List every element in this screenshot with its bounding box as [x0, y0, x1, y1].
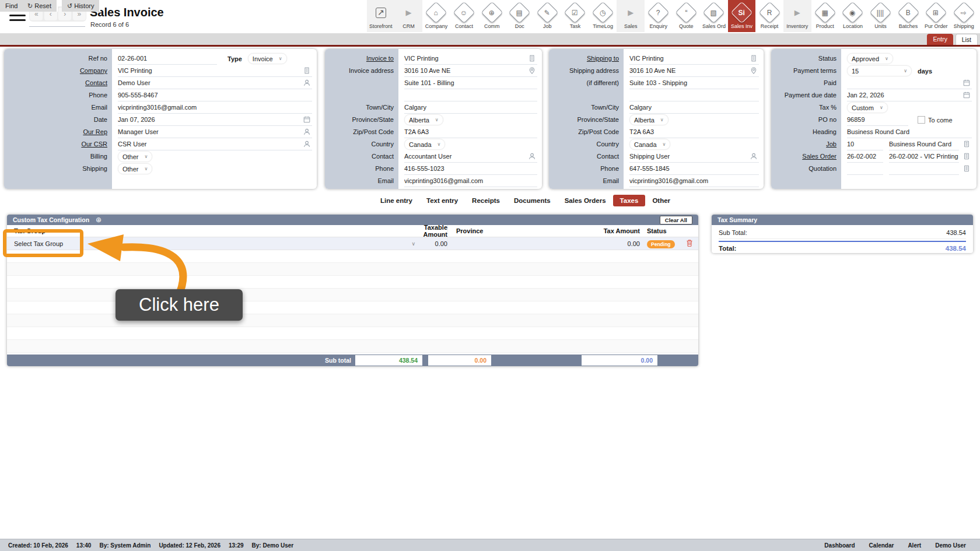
- toolbar-item-receipt[interactable]: R Receipt: [755, 0, 783, 32]
- toolbar-item-task[interactable]: ☑ Task: [561, 0, 589, 32]
- status-select[interactable]: Approved∨: [847, 53, 893, 64]
- toolbar-item-crm[interactable]: ▶ CRM: [395, 0, 423, 32]
- toolbar-item-contact[interactable]: ☺ Contact: [450, 0, 478, 32]
- shipping-province-select[interactable]: Alberta∨: [629, 114, 668, 125]
- tab-sales-orders[interactable]: Sales Orders: [558, 195, 613, 206]
- email-input[interactable]: vicprinting3016@gmail.com: [118, 102, 312, 114]
- shipping-address2-input[interactable]: Suite 103 - Shipping: [629, 78, 759, 89]
- shipping-to-input[interactable]: VIC Printing: [629, 53, 759, 65]
- payment-due-date-input[interactable]: Jan 22, 2026: [847, 90, 972, 101]
- invoice-address3-input[interactable]: [404, 90, 537, 101]
- tab-line-entry[interactable]: Line entry: [373, 195, 419, 206]
- contact-link-label[interactable]: Contact: [4, 77, 112, 89]
- tab-text-entry[interactable]: Text entry: [419, 195, 465, 206]
- toolbar-item-shipping[interactable]: ⇨ Shipping: [950, 0, 978, 32]
- tab-entry[interactable]: Entry: [927, 34, 953, 45]
- toolbar-item-comm[interactable]: ⊕ Comm: [478, 0, 506, 32]
- invoice-contact-input[interactable]: Accountant User: [404, 151, 537, 163]
- current-user[interactable]: Demo User: [935, 542, 966, 549]
- shipping-country-select[interactable]: Canada∨: [629, 139, 670, 150]
- invoice-province-select[interactable]: Alberta∨: [404, 114, 443, 125]
- history-button[interactable]: ↺History: [62, 0, 100, 12]
- shipping-zip-input[interactable]: T2A 6A3: [629, 127, 759, 138]
- company-link-label[interactable]: Company: [4, 65, 112, 77]
- type-select[interactable]: Invoice∨: [248, 53, 287, 64]
- tab-other[interactable]: Other: [645, 195, 677, 206]
- sales-order-name-input[interactable]: 26-02-002 - VIC Printing: [889, 151, 959, 163]
- job-no-input[interactable]: 10: [847, 139, 883, 150]
- quotation-name-input[interactable]: [889, 163, 959, 175]
- tab-receipts[interactable]: Receipts: [465, 195, 507, 206]
- tab-list[interactable]: List: [956, 34, 978, 45]
- shipping-address-input[interactable]: 3016 10 Ave NE: [629, 65, 759, 77]
- shipping-phone-input[interactable]: 647-555-1845: [629, 163, 759, 175]
- tax-group-select-cell[interactable]: Select Tax Group: [7, 240, 334, 247]
- toolbar-item-sales-ord[interactable]: ▧ Sales Ord: [700, 0, 728, 32]
- our-csr-input[interactable]: CSR User: [118, 139, 312, 150]
- po-no-input[interactable]: 96859: [847, 114, 908, 126]
- phone-input[interactable]: 905-555-8467: [118, 90, 312, 101]
- hamburger-menu-icon[interactable]: [9, 10, 26, 22]
- job-link-label[interactable]: Job: [771, 138, 841, 150]
- invoice-zip-input[interactable]: T2A 6A3: [404, 127, 537, 138]
- find-button[interactable]: Find: [0, 0, 24, 12]
- invoice-address2-input[interactable]: Suite 101 - Billing: [404, 78, 537, 89]
- chevron-down-icon[interactable]: ∨: [334, 241, 415, 247]
- add-circle-icon[interactable]: ⊕: [96, 216, 102, 224]
- paid-input[interactable]: [847, 78, 972, 89]
- toolbar-item-job[interactable]: ✎ Job: [534, 0, 562, 32]
- to-come-checkbox[interactable]: [918, 116, 925, 124]
- date-input[interactable]: Jan 07, 2026: [118, 114, 312, 126]
- shipping-to-link-label[interactable]: Shipping to: [549, 52, 624, 65]
- clear-all-button[interactable]: Clear All: [660, 216, 692, 224]
- toolbar-item-quote[interactable]: “ Quote: [673, 0, 701, 32]
- shipping-town-input[interactable]: Calgary: [629, 102, 759, 114]
- ref-no-input[interactable]: 02-26-001: [118, 53, 217, 65]
- our-csr-link-label[interactable]: Our CSR: [4, 138, 112, 150]
- delete-row-cell[interactable]: [681, 239, 698, 248]
- toolbar-item-company[interactable]: ⌂ Company: [422, 0, 450, 32]
- contact-input[interactable]: Demo User: [118, 78, 312, 89]
- dashboard-link[interactable]: Dashboard: [824, 542, 855, 549]
- invoice-country-select[interactable]: Canada∨: [404, 139, 445, 150]
- toolbar-item-enquiry[interactable]: ? Enquiry: [645, 0, 673, 32]
- invoice-email-input[interactable]: vicprinting3016@gmail.com: [404, 176, 537, 187]
- shipping-select[interactable]: Other∨: [118, 163, 152, 174]
- our-rep-link-label[interactable]: Our Rep: [4, 126, 112, 138]
- tab-documents[interactable]: Documents: [507, 195, 558, 206]
- job-name-input[interactable]: Business Round Card: [889, 139, 959, 150]
- toolbar-item-units[interactable]: |||| Units: [867, 0, 895, 32]
- invoice-town-input[interactable]: Calgary: [404, 102, 537, 114]
- shipping-contact-input[interactable]: Shipping User: [629, 151, 759, 163]
- invoice-to-input[interactable]: VIC Printing: [404, 53, 537, 65]
- toolbar-item-storefront[interactable]: ↗ Storefront: [367, 0, 395, 32]
- province-cell[interactable]: [447, 237, 512, 250]
- tax-amount-cell[interactable]: 0.00: [512, 240, 640, 247]
- billing-select[interactable]: Other∨: [118, 151, 152, 162]
- invoice-address-input[interactable]: 3016 10 Ave NE: [404, 65, 537, 77]
- sales-order-link-label[interactable]: Sales Order: [771, 150, 841, 163]
- toolbar-item-sales[interactable]: ▶ Sales: [617, 0, 645, 32]
- trash-icon[interactable]: [686, 239, 693, 247]
- sales-order-no-input[interactable]: 26-02-002: [847, 151, 883, 163]
- alert-link[interactable]: Alert: [908, 542, 921, 549]
- our-rep-input[interactable]: Manager User: [118, 127, 312, 138]
- company-input[interactable]: VIC Printing: [118, 65, 312, 77]
- calendar-link[interactable]: Calendar: [869, 542, 894, 549]
- heading-input[interactable]: Business Round Card: [847, 127, 972, 138]
- toolbar-item-pur-order[interactable]: ⊞ Pur Order: [922, 0, 950, 32]
- taxable-amount-cell[interactable]: 0.00: [415, 240, 447, 247]
- quotation-no-input[interactable]: [847, 163, 883, 175]
- toolbar-item-sales-inv-active[interactable]: Si Sales Inv: [728, 0, 756, 32]
- tax-percent-select[interactable]: Custom∨: [847, 102, 888, 113]
- payment-terms-select[interactable]: 15∨: [847, 65, 912, 76]
- toolbar-item-product[interactable]: ▦ Product: [811, 0, 839, 32]
- toolbar-item-inventory[interactable]: ▶ Inventory: [783, 0, 811, 32]
- toolbar-item-location[interactable]: ◉ Location: [839, 0, 867, 32]
- shipping-address3-input[interactable]: [629, 90, 759, 101]
- tab-taxes-active[interactable]: Taxes: [613, 195, 646, 206]
- invoice-phone-input[interactable]: 416-555-1023: [404, 163, 537, 175]
- shipping-email-input[interactable]: vicprinting3016@gmail.com: [629, 176, 759, 187]
- toolbar-item-batches[interactable]: B Batches: [894, 0, 922, 32]
- reset-button[interactable]: ↻Reset: [22, 0, 58, 12]
